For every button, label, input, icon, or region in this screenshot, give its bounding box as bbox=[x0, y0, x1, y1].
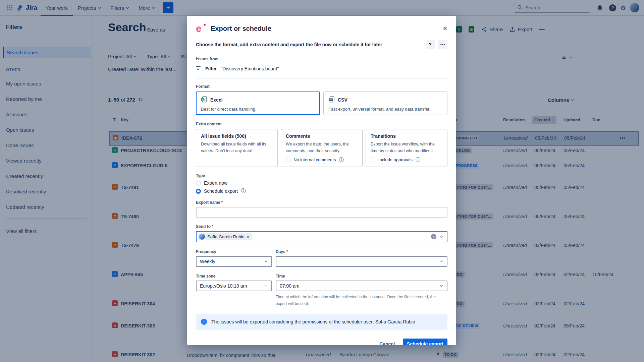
checkbox-label: Include approvals bbox=[378, 157, 413, 162]
days-label-text: Days bbox=[276, 249, 285, 254]
modal-subtitle-row: Choose the format, add extra content and… bbox=[196, 40, 447, 49]
extra-card-comments: CommentsWe export the date, the users, t… bbox=[281, 129, 363, 167]
send-to-label: Send to* bbox=[196, 224, 447, 229]
chevron-down-icon bbox=[265, 259, 267, 262]
recipient-name: Sofía García Rubio bbox=[207, 234, 245, 239]
extra-card-description: Export the issue workflow, with the time… bbox=[371, 141, 442, 155]
info-icon: ⓘ bbox=[416, 157, 420, 163]
type-radio-group: Export nowSchedule exportⓘ bbox=[196, 180, 447, 194]
timezone-select[interactable]: Europe/Oslo 10:13 am bbox=[196, 281, 272, 291]
svg-text:X: X bbox=[202, 98, 204, 101]
extra-content-cards: All issue fields (500)Download all issue… bbox=[196, 129, 447, 167]
filter-name: "Discovery Emotions board" bbox=[221, 66, 279, 71]
info-icon: ⓘ bbox=[339, 157, 343, 163]
radio-schedule-export[interactable] bbox=[196, 189, 201, 194]
close-icon[interactable]: × bbox=[443, 24, 447, 33]
modal-more-button[interactable]: ••• bbox=[438, 40, 447, 49]
info-icon: ⓘ bbox=[241, 188, 246, 194]
extra-card-description: Download all issue fields with all its v… bbox=[201, 141, 273, 155]
export-name-label: Export name* bbox=[196, 200, 447, 205]
timezone-value: Europe/Oslo 10:13 am bbox=[200, 283, 247, 289]
send-to-label-text: Send to bbox=[196, 224, 211, 229]
chevron-down-icon[interactable] bbox=[440, 235, 443, 237]
chevron-down-icon bbox=[440, 284, 443, 287]
required-asterisk: * bbox=[212, 224, 213, 229]
format-option-csv[interactable]: CSVCSVFast export, universal format, and… bbox=[323, 92, 447, 115]
modal-footer: Cancel Schedule export bbox=[196, 339, 447, 345]
extra-card-all-issue-fields-500: All issue fields (500)Download all issue… bbox=[196, 129, 278, 167]
chip-remove-icon[interactable]: × bbox=[247, 234, 250, 239]
frequency-value: Weekly bbox=[200, 259, 215, 264]
format-description: Fast export, universal format, and easy … bbox=[328, 107, 442, 112]
filter-word: Filter bbox=[205, 66, 217, 71]
required-asterisk: * bbox=[286, 249, 288, 254]
svg-text:CSV: CSV bbox=[329, 99, 333, 101]
exporter-app-logo: e bbox=[196, 24, 206, 33]
checkbox-label: No internal comments bbox=[293, 157, 336, 162]
banner-text: The issues will be exported considering … bbox=[211, 319, 415, 324]
radio-option-export-now[interactable]: Export now bbox=[196, 180, 447, 186]
radio-label: Export now bbox=[204, 180, 227, 186]
extra-card-title: Comments bbox=[286, 133, 358, 139]
filter-funnel-icon bbox=[196, 66, 201, 71]
cancel-button[interactable]: Cancel bbox=[379, 341, 395, 345]
days-label: Days* bbox=[276, 249, 447, 254]
radio-option-schedule-export[interactable]: Schedule exportⓘ bbox=[196, 188, 447, 194]
type-label: Type bbox=[196, 173, 447, 178]
modal-title: Export or schedule bbox=[211, 25, 271, 33]
extra-card-description: We export the date, the users, the comme… bbox=[286, 141, 358, 155]
info-icon: i bbox=[201, 319, 207, 325]
timezone-label: Time zone bbox=[196, 274, 272, 279]
csv-icon: CSV bbox=[328, 96, 335, 104]
permissions-info-banner: i The issues will be exported considerin… bbox=[196, 314, 447, 330]
time-helper-text: Time at which the information will be co… bbox=[276, 294, 447, 307]
checkbox-include-approvals[interactable] bbox=[371, 158, 375, 162]
frequency-label: Frequency bbox=[196, 249, 272, 254]
modal-help-button[interactable]: ? bbox=[426, 40, 435, 49]
jira-search-screen: Jira Your workProjectsFiltersMore + ? ⚙ … bbox=[0, 0, 644, 362]
format-label: Format bbox=[196, 84, 447, 89]
modal-subtitle: Choose the format, add extra content and… bbox=[196, 42, 382, 47]
excel-icon: X bbox=[201, 96, 207, 104]
time-label: Time bbox=[276, 274, 447, 279]
extra-card-transitions: TransitionsExport the issue workflow, wi… bbox=[366, 129, 447, 167]
time-value: 07:00 am bbox=[280, 283, 299, 289]
format-name: CSV bbox=[338, 97, 347, 103]
modal-header: e Export or schedule × bbox=[196, 24, 447, 33]
frequency-select[interactable]: Weekly bbox=[196, 256, 272, 267]
export-name-input[interactable] bbox=[196, 207, 447, 218]
extra-content-label: Extra content bbox=[196, 122, 447, 126]
format-name: Excel bbox=[210, 97, 223, 103]
format-options: XExcelBest for direct data handling.CSVC… bbox=[196, 92, 447, 115]
format-option-excel[interactable]: XExcelBest for direct data handling. bbox=[196, 92, 320, 115]
radio-export-now[interactable] bbox=[196, 181, 201, 186]
schedule-export-button[interactable]: Schedule export bbox=[403, 339, 447, 345]
chevron-down-icon bbox=[265, 284, 267, 287]
recipient-chip[interactable]: Sofía García Rubio × bbox=[198, 233, 252, 240]
extra-card-title: Transitions bbox=[371, 133, 442, 139]
clear-icon[interactable]: × bbox=[431, 234, 436, 239]
export-or-schedule-modal: e Export or schedule × Choose the format… bbox=[187, 16, 456, 345]
issues-from-label: Issues from bbox=[196, 57, 447, 61]
checkbox-no-internal-comments[interactable] bbox=[286, 158, 290, 162]
export-name-label-text: Export name bbox=[196, 200, 220, 205]
time-select[interactable]: 07:00 am bbox=[276, 281, 447, 291]
divider bbox=[196, 78, 447, 79]
days-select[interactable] bbox=[276, 256, 447, 267]
radio-label: Schedule export bbox=[204, 188, 238, 194]
required-asterisk: * bbox=[221, 200, 223, 205]
send-to-field[interactable]: Sofía García Rubio × × bbox=[196, 231, 447, 242]
recipient-avatar bbox=[199, 234, 205, 240]
extra-card-title: All issue fields (500) bbox=[201, 133, 273, 139]
issues-from-filter[interactable]: Filter "Discovery Emotions board" bbox=[196, 66, 447, 71]
format-description: Best for direct data handling. bbox=[201, 107, 315, 112]
chevron-down-icon bbox=[440, 259, 443, 262]
